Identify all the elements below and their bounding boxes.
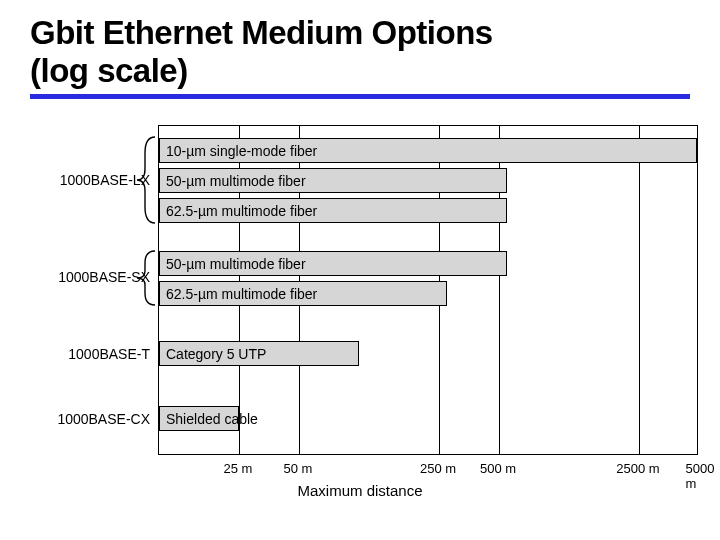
bar-label: Category 5 UTP bbox=[166, 346, 266, 362]
title-underline bbox=[30, 94, 690, 99]
bar-label: 50-µm multimode fiber bbox=[166, 256, 306, 272]
xtick-25: 25 m bbox=[224, 461, 253, 476]
bar-cx-stp: Shielded cable bbox=[159, 406, 239, 431]
bar-label: Shielded cable bbox=[166, 411, 258, 427]
bar-sx-625um: 62.5-µm multimode fiber bbox=[159, 281, 447, 306]
bar-lx-50um: 50-µm multimode fiber bbox=[159, 168, 507, 193]
brace-lx bbox=[135, 135, 157, 225]
bar-sx-50um: 50-µm multimode fiber bbox=[159, 251, 507, 276]
gridline-2500 bbox=[639, 126, 640, 454]
xtick-2500: 2500 m bbox=[616, 461, 659, 476]
x-axis-label: Maximum distance bbox=[0, 482, 720, 499]
xtick-500: 500 m bbox=[480, 461, 516, 476]
bar-label: 10-µm single-mode fiber bbox=[166, 143, 317, 159]
bar-label: 62.5-µm multimode fiber bbox=[166, 203, 317, 219]
brace-sx bbox=[135, 249, 157, 307]
bar-label: 62.5-µm multimode fiber bbox=[166, 286, 317, 302]
title-line-1: Gbit Ethernet Medium Options bbox=[30, 14, 493, 51]
title-line-2: (log scale) bbox=[30, 52, 188, 89]
ylabel-cx: 1000BASE-CX bbox=[57, 411, 150, 427]
chart-plot-area: 10-µm single-mode fiber 50-µm multimode … bbox=[158, 125, 698, 455]
page-title: Gbit Ethernet Medium Options (log scale) bbox=[30, 14, 690, 90]
bar-t-cat5: Category 5 UTP bbox=[159, 341, 359, 366]
ylabel-t: 1000BASE-T bbox=[68, 346, 150, 362]
xtick-50: 50 m bbox=[284, 461, 313, 476]
bar-label: 50-µm multimode fiber bbox=[166, 173, 306, 189]
bar-lx-10um: 10-µm single-mode fiber bbox=[159, 138, 697, 163]
xtick-250: 250 m bbox=[420, 461, 456, 476]
bar-lx-625um: 62.5-µm multimode fiber bbox=[159, 198, 507, 223]
